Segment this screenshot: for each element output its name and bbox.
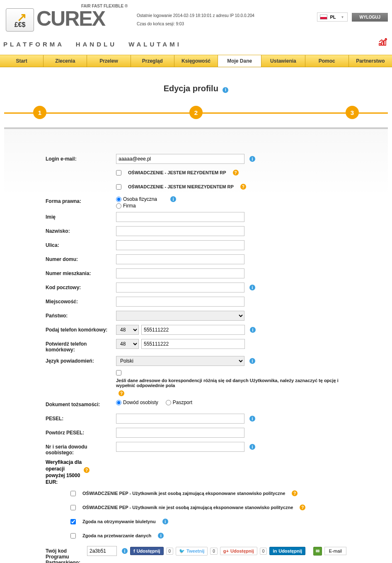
logout-button[interactable]: WYLOGUJ — [352, 13, 388, 22]
nav-ksiegowosc[interactable]: Księgowość — [174, 55, 218, 67]
pesel-input[interactable] — [116, 414, 244, 424]
email-share-icon[interactable]: ✉ — [313, 547, 322, 556]
apt-no-label: Numer mieszkania: — [46, 268, 116, 276]
city-input[interactable] — [116, 297, 244, 307]
chart-icon[interactable] — [379, 38, 388, 48]
lastname-input[interactable] — [116, 226, 244, 236]
language-selector[interactable]: PL — [317, 12, 348, 22]
nav-zlecenia[interactable]: Zlecenia — [44, 55, 87, 67]
info-icon[interactable]: i — [249, 156, 255, 162]
twitter-share-button[interactable]: 🐦 Tweetnij — [176, 547, 208, 556]
notification-lang-select[interactable]: Polski — [116, 356, 244, 366]
country-select[interactable] — [116, 311, 244, 321]
postal-label: Kod pocztowy: — [46, 283, 116, 290]
data-processing-text: Zgoda na przetwarzanie danych — [82, 533, 151, 538]
nav-ustawienia[interactable]: Ustawienia — [261, 55, 305, 67]
nonresident-declaration-text: OŚWIADCZENIE - JESTEM NIEREZYDENTEM RP — [128, 184, 234, 189]
nav-partnerstwo[interactable]: Partnerstwo — [349, 55, 392, 67]
help-icon[interactable]: ? — [240, 184, 246, 190]
resident-declaration-text: OŚWIADCZENIE - JESTEM REZYDENTEM RP — [128, 170, 226, 175]
firstname-label: Imię — [46, 212, 116, 220]
pep-yes-text: OŚWIADCZENIE PEP - Użytkownik jest osobą… — [82, 491, 285, 496]
facebook-share-button[interactable]: f Udostępnij — [130, 547, 164, 555]
language-code: PL — [330, 15, 336, 19]
pesel-repeat-input[interactable] — [116, 428, 244, 438]
email-share-button[interactable]: E-mail — [324, 547, 346, 555]
logo-slogan: FAIR FAST FLEXIBLE ® — [81, 4, 128, 8]
tagline: PLATFORMA HANDLU WALUTAMI — [3, 41, 181, 48]
mobile-prefix-select[interactable]: 48 — [116, 325, 139, 335]
logo[interactable]: £€$ CUREX FAIR FAST FLEXIBLE ® — [4, 4, 128, 37]
mobile-confirm-number-input[interactable] — [141, 339, 245, 349]
info-icon[interactable]: i — [122, 548, 128, 554]
info-icon[interactable]: i — [170, 196, 176, 202]
nav-przeglad[interactable]: Przegląd — [131, 55, 174, 67]
help-icon[interactable]: ? — [84, 467, 90, 473]
partner-code-label: Twój kod Programu Partnerskiego: — [46, 546, 87, 563]
facebook-icon: f — [133, 548, 135, 553]
house-no-label: Numer domu: — [46, 254, 116, 262]
help-icon[interactable]: ? — [292, 490, 298, 496]
nav-pomoc[interactable]: Pomoc — [305, 55, 349, 67]
id-doc-dowod-option[interactable]: Dowód osobisty — [116, 400, 158, 405]
info-icon[interactable]: i — [162, 519, 168, 524]
postal-input[interactable] — [116, 283, 244, 292]
city-label: Miejscowość: — [46, 297, 116, 305]
verification-label: Weryfikacja dla operacji powyżej 15000 E… — [46, 459, 83, 485]
nonresident-checkbox[interactable] — [116, 184, 121, 190]
step-2[interactable]: 2 — [189, 106, 203, 119]
info-icon[interactable]: i — [249, 285, 255, 290]
country-label: Państwo: — [46, 311, 116, 319]
twitter-count: 0 — [210, 548, 218, 555]
resident-checkbox[interactable] — [116, 170, 121, 175]
info-icon[interactable]: i — [249, 444, 255, 450]
session-time-text: Czas do końca sesji: 9:03 — [137, 20, 254, 28]
partner-code-input[interactable] — [87, 546, 117, 556]
info-icon[interactable]: i — [250, 327, 256, 333]
step-3[interactable]: 3 — [346, 106, 359, 119]
id-series-input[interactable] — [116, 442, 244, 452]
mobile-confirm-label: Potwierdź telefon komórkowy: — [46, 339, 116, 353]
id-series-label: Nr i seria dowodu osobistego: — [46, 442, 116, 456]
page-title: Edycja profilu — [164, 84, 218, 93]
house-no-input[interactable] — [116, 254, 244, 264]
help-icon[interactable]: ? — [233, 170, 239, 175]
pesel-repeat-label: Powtórz PESEL: — [46, 428, 116, 436]
help-icon[interactable]: ? — [300, 505, 305, 510]
info-icon[interactable]: i — [249, 416, 255, 422]
help-icon[interactable]: ? — [119, 390, 124, 396]
newsletter-checkbox[interactable] — [70, 519, 76, 524]
id-doc-passport-option[interactable]: Paszport — [166, 400, 192, 405]
flag-pl-icon — [320, 15, 327, 19]
mobile-confirm-prefix-select[interactable]: 48 — [116, 339, 139, 349]
googleplus-share-button[interactable]: g+ Udostępnij — [220, 547, 257, 555]
nav-przelew[interactable]: Przelew — [87, 55, 131, 67]
firstname-input[interactable] — [116, 212, 244, 222]
pesel-label: PESEL: — [46, 414, 116, 422]
linkedin-share-button[interactable]: in Udostępnij — [269, 547, 305, 555]
legal-form-person-option[interactable]: Osoba fizyczna — [116, 196, 157, 202]
id-doc-label: Dokument tożsamości: — [46, 400, 116, 407]
info-icon[interactable]: i — [158, 533, 164, 539]
mobile-number-input[interactable] — [141, 325, 245, 335]
nav-start[interactable]: Start — [0, 55, 44, 67]
newsletter-text: Zgoda na otrzymywanie biuletynu — [82, 519, 156, 524]
pep-yes-checkbox[interactable] — [70, 491, 76, 496]
pep-no-checkbox[interactable] — [70, 505, 76, 510]
info-icon[interactable]: i — [249, 358, 255, 364]
logo-text: CUREX — [36, 7, 105, 31]
street-input[interactable] — [116, 240, 244, 250]
data-processing-checkbox[interactable] — [70, 533, 76, 539]
login-email-input[interactable] — [116, 154, 244, 164]
login-email-label: Login e-mail: — [46, 154, 116, 162]
legal-form-company-option[interactable]: Firma — [116, 203, 136, 209]
googleplus-count: 0 — [260, 548, 267, 555]
main-nav: Start Zlecenia Przelew Przegląd Księgowo… — [0, 55, 392, 67]
info-icon[interactable]: i — [223, 87, 228, 93]
correspondence-address-checkbox[interactable] — [116, 370, 121, 375]
step-1[interactable]: 1 — [33, 106, 46, 119]
apt-no-input[interactable] — [116, 268, 244, 278]
googleplus-icon: g+ — [223, 548, 229, 553]
logo-mark: £€$ — [6, 8, 34, 32]
nav-moje-dane[interactable]: Moje Dane — [218, 55, 261, 67]
